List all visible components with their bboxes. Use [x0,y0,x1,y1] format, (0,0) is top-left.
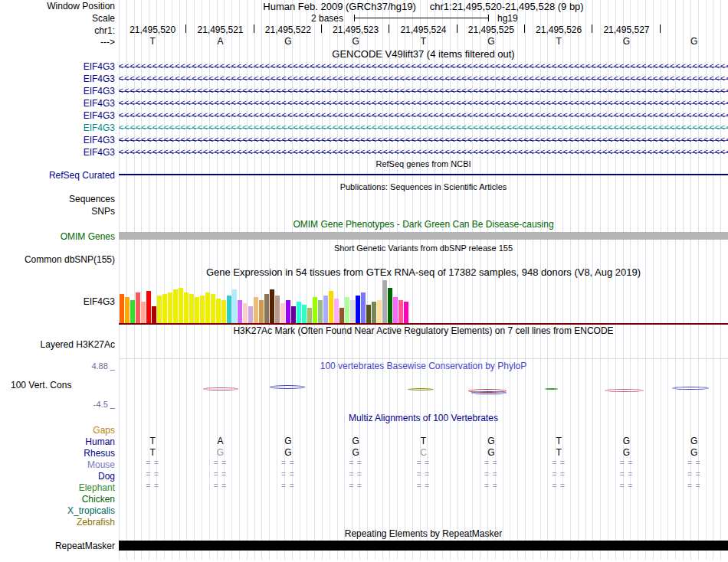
gtex-bar[interactable] [307,308,312,323]
gtex-bar[interactable] [323,296,328,323]
gtex-bar[interactable] [189,294,194,323]
gtex-bar[interactable] [280,303,285,323]
gencode-gene-label[interactable]: EIF4G3 [0,86,119,96]
species-label[interactable]: Mouse [0,459,119,470]
gencode-gene-label[interactable]: EIF4G3 [0,135,119,145]
gtex-bar[interactable] [329,291,333,323]
refseq-curated-label[interactable]: RefSeq Curated [0,170,119,181]
gtex-bar[interactable] [388,288,392,323]
gtex-bar[interactable] [318,300,323,323]
gtex-bar[interactable] [173,289,178,323]
omim-gene-bar[interactable] [119,232,728,240]
gtex-bar[interactable] [264,294,269,323]
gencode-transcript-row: EIF4G3<<<<<<<<<<<<<<<<<<<<<<<<<<<<<<<<<<… [0,73,728,85]
gtex-bar[interactable] [377,300,382,323]
alignment-row [119,493,728,505]
h3k27ac-header-row: H3K27Ac Mark (Often Found Near Active Re… [0,325,728,337]
omim-header: OMIM Gene Phenotypes - Dark Green Can Be… [119,217,728,231]
gtex-bar[interactable] [221,300,226,323]
gtex-bar[interactable] [130,300,135,323]
gtex-bar[interactable] [232,289,237,323]
gtex-bar[interactable] [259,300,264,323]
gtex-bar[interactable] [179,288,183,323]
h3k27ac-label[interactable]: Layered H3K27Ac [0,337,119,350]
gtex-bar[interactable] [361,292,366,323]
gencode-transcript-arrows[interactable]: <<<<<<<<<<<<<<<<<<<<<<<<<<<<<<<<<<<<<<<<… [119,122,728,134]
gencode-gene-label[interactable]: EIF4G3 [0,61,119,72]
gtex-bar[interactable] [275,296,280,323]
gtex-bar[interactable] [205,292,210,323]
gtex-bar[interactable] [195,297,199,323]
gtex-bar[interactable] [146,291,151,323]
gencode-gene-label[interactable]: EIF4G3 [0,110,119,121]
species-label[interactable]: Chicken [0,494,119,505]
gtex-bar[interactable] [356,296,360,323]
omim-row: OMIM Genes [0,231,728,242]
gencode-transcript-arrows[interactable]: <<<<<<<<<<<<<<<<<<<<<<<<<<<<<<<<<<<<<<<<… [119,60,728,73]
gtex-bar[interactable] [339,308,344,323]
gencode-transcript-arrows[interactable]: <<<<<<<<<<<<<<<<<<<<<<<<<<<<<<<<<<<<<<<<… [119,134,728,146]
species-label[interactable]: Zebrafish [0,517,119,528]
gtex-bar[interactable] [120,294,124,323]
snps-label[interactable]: SNPs [0,206,119,217]
gtex-bar[interactable] [297,302,301,323]
gtex-bar[interactable] [334,299,339,323]
species-label[interactable]: Rhesus [0,448,119,459]
gtex-bar[interactable] [141,302,146,323]
alignment-base: T [389,436,457,447]
gtex-bar[interactable] [313,297,317,323]
gencode-transcript-arrows[interactable]: <<<<<<<<<<<<<<<<<<<<<<<<<<<<<<<<<<<<<<<<… [119,85,728,97]
phylop-track-label[interactable]: 100 Vert. Cons [11,380,71,390]
sequences-label[interactable]: Sequences [0,194,119,204]
gtex-bars [120,280,408,323]
gtex-bar[interactable] [136,292,140,323]
gtex-bar[interactable] [372,302,376,323]
gtex-bar[interactable] [227,296,231,323]
gtex-bar[interactable] [382,280,387,323]
gtex-bar[interactable] [286,300,290,323]
gtex-bar[interactable] [200,296,205,323]
gencode-gene-label[interactable]: EIF4G3 [0,147,119,158]
species-label[interactable]: Elephant [0,482,119,493]
gtex-bar[interactable] [302,305,307,323]
gtex-bar[interactable] [393,297,398,323]
refseq-curated-item[interactable] [119,174,728,175]
gtex-bar[interactable] [152,306,156,323]
species-label[interactable]: Gaps [0,425,119,436]
gtex-bar[interactable] [216,299,221,323]
gtex-bar[interactable] [404,302,408,323]
gtex-bar[interactable] [345,297,349,323]
gtex-bar[interactable] [162,294,167,323]
species-label[interactable]: X_tropicalis [0,505,119,516]
dbsnp-label[interactable]: Common dbSNP(155) [0,254,119,265]
gtex-bar[interactable] [366,305,371,323]
gtex-bar[interactable] [211,294,215,323]
gtex-bar[interactable] [254,297,258,323]
gtex-bar[interactable] [168,292,172,323]
gtex-bar[interactable] [398,300,403,323]
alignment-base: G [592,447,660,459]
omim-genes-label[interactable]: OMIM Genes [0,231,119,242]
repeatmasker-label[interactable]: RepeatMasker [0,541,119,551]
species-label[interactable]: Human [0,436,119,447]
gtex-bar[interactable] [270,289,274,323]
gencode-gene-label[interactable]: EIF4G3 [0,98,119,109]
gencode-gene-label[interactable]: EIF4G3 [0,74,119,84]
gencode-transcript-arrows[interactable]: <<<<<<<<<<<<<<<<<<<<<<<<<<<<<<<<<<<<<<<<… [119,97,728,109]
gencode-transcript-arrows[interactable]: <<<<<<<<<<<<<<<<<<<<<<<<<<<<<<<<<<<<<<<<… [119,73,728,85]
gtex-bar[interactable] [184,292,189,323]
gtex-bar[interactable] [248,306,253,323]
gtex-bar[interactable] [350,300,355,323]
gencode-gene-label[interactable]: EIF4G3 [0,123,119,133]
repeatmasker-bar[interactable] [119,541,728,551]
gtex-bar[interactable] [125,297,130,323]
gtex-gene-label[interactable]: EIF4G3 [0,296,119,307]
gtex-bar[interactable] [291,306,296,323]
alignment-row [119,505,728,516]
gtex-bar[interactable] [238,300,242,323]
gtex-bar[interactable] [243,303,248,323]
species-label[interactable]: Dog [0,471,119,482]
gencode-transcript-arrows[interactable]: <<<<<<<<<<<<<<<<<<<<<<<<<<<<<<<<<<<<<<<<… [119,146,728,158]
gencode-transcript-arrows[interactable]: <<<<<<<<<<<<<<<<<<<<<<<<<<<<<<<<<<<<<<<<… [119,109,728,122]
gtex-bar[interactable] [157,296,162,323]
